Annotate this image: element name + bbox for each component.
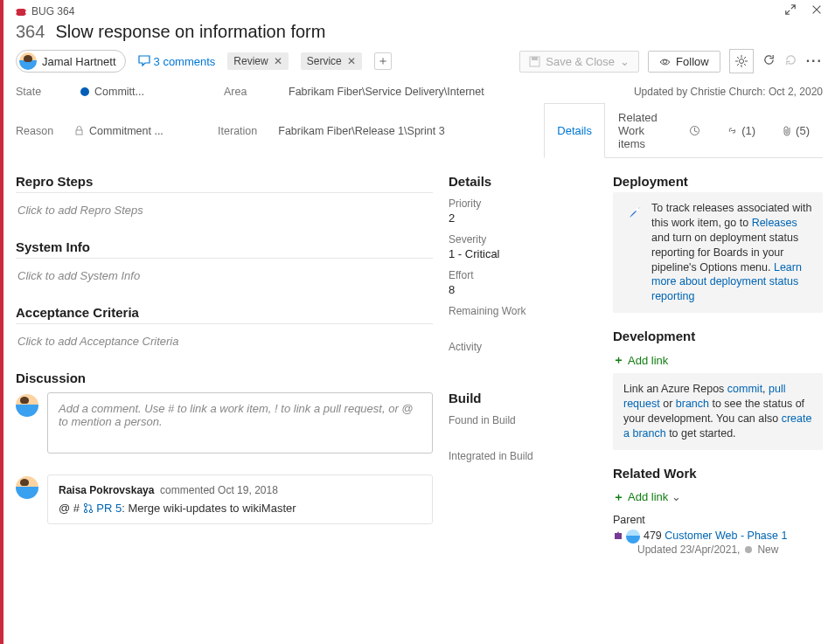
iteration-field[interactable]: Fabrikam Fiber\Release 1\Sprint 3: [278, 125, 523, 137]
title-row: 364 Slow response on information form: [3, 18, 835, 45]
add-tag-button[interactable]: ＋: [374, 52, 392, 70]
parent-item[interactable]: 479 Customer Web - Phase 1: [613, 530, 823, 544]
severity-label: Severity: [449, 233, 597, 246]
svg-rect-15: [76, 130, 82, 135]
work-item-title[interactable]: Slow response on information form: [55, 22, 325, 42]
svg-line-13: [744, 57, 746, 59]
settings-button[interactable]: [729, 49, 754, 73]
remaining-work-field[interactable]: [449, 319, 597, 332]
related-work-heading: Related Work: [613, 466, 823, 481]
tag-service[interactable]: Service✕: [301, 52, 362, 70]
undo-button[interactable]: [784, 53, 797, 70]
header-row: BUG 364: [3, 0, 835, 18]
comment-card: Raisa Pokrovskaya commented Oct 19, 2018…: [47, 474, 433, 524]
parent-group-label: Parent: [613, 514, 823, 526]
svg-point-6: [739, 59, 743, 64]
avatar: [16, 476, 38, 499]
parent-link[interactable]: Customer Web - Phase 1: [665, 530, 787, 542]
effort-field[interactable]: 8: [449, 283, 597, 296]
reason-label: Reason: [16, 125, 53, 137]
svg-line-14: [737, 64, 739, 66]
updated-by: Updated by Christie Church: Oct 2, 2020: [634, 86, 823, 98]
repro-steps-input[interactable]: Click to add Repro Steps: [16, 197, 433, 224]
chevron-down-icon: ⌄: [620, 55, 630, 68]
gear-icon: [735, 55, 748, 67]
assignee-picker[interactable]: Jamal Hartnett: [16, 50, 126, 73]
svg-point-19: [89, 509, 92, 512]
effort-label: Effort: [449, 269, 597, 281]
found-in-build-label: Found in Build: [449, 414, 597, 426]
details-heading: Details: [449, 174, 597, 189]
svg-point-17: [84, 503, 87, 506]
activity-field[interactable]: [449, 355, 597, 368]
state-field[interactable]: Committ...: [80, 86, 203, 98]
svg-point-5: [664, 59, 667, 63]
pr-link[interactable]: PR 5: [96, 502, 122, 515]
build-heading: Build: [449, 391, 597, 405]
assignee-name: Jamal Hartnett: [42, 55, 116, 68]
severity-field[interactable]: 1 - Critical: [449, 247, 597, 260]
avatar: [16, 394, 38, 417]
pr-icon: [83, 502, 94, 513]
work-item-form: BUG 364 364 Slow response on information…: [0, 0, 835, 644]
reason-row: Reason Commitment ... Iteration Fabrikam…: [3, 101, 835, 162]
svg-rect-4: [532, 57, 538, 60]
tab-history[interactable]: [676, 103, 713, 157]
remaining-work-label: Remaining Work: [449, 305, 597, 317]
area-field[interactable]: Fabrikam Fiber\Service Delivery\Internet: [289, 86, 533, 98]
svg-rect-0: [17, 9, 25, 16]
tag-review[interactable]: Review✕: [227, 52, 288, 70]
integrated-in-build-label: Integrated in Build: [449, 450, 597, 462]
releases-link[interactable]: Releases: [752, 217, 797, 229]
avatar: [19, 52, 37, 70]
development-info: Link an Azure Repos commit, pull request…: [613, 373, 823, 450]
branch-link[interactable]: branch: [676, 398, 709, 410]
expand-icon[interactable]: [784, 3, 797, 18]
bug-icon: [16, 6, 26, 17]
tab-bar: Details Related Work items (1) (5): [544, 103, 823, 158]
comment-icon: [138, 55, 150, 67]
activity-label: Activity: [449, 341, 597, 353]
comments-link[interactable]: 3 comments: [138, 55, 216, 68]
found-in-build-field[interactable]: [449, 428, 597, 441]
commit-link[interactable]: commit: [727, 383, 762, 395]
repro-steps-heading: Repro Steps: [16, 174, 433, 193]
tab-attachments[interactable]: (5): [769, 103, 823, 157]
more-button[interactable]: ···: [806, 53, 823, 69]
save-close-button[interactable]: Save & Close ⌄: [519, 51, 639, 73]
tab-details[interactable]: Details: [544, 103, 605, 158]
deployment-heading: Deployment: [613, 174, 823, 189]
comment-input[interactable]: Add a comment. Use # to link a work item…: [47, 392, 433, 454]
tab-links[interactable]: (1): [713, 103, 769, 157]
chevron-down-icon: ⌄: [671, 490, 681, 503]
acceptance-criteria-heading: Acceptance Criteria: [16, 305, 433, 324]
comment-author: Raisa Pokrovskaya: [59, 484, 154, 496]
work-item-id: 364: [16, 22, 45, 42]
priority-field[interactable]: 2: [449, 211, 597, 225]
tag-remove-icon[interactable]: ✕: [274, 55, 282, 67]
reason-field[interactable]: Commitment ...: [74, 125, 197, 137]
refresh-button[interactable]: [762, 53, 776, 70]
svg-line-11: [737, 57, 739, 59]
toolbar: Jamal Hartnett 3 comments Review✕ Servic…: [3, 45, 835, 80]
lock-icon: [74, 126, 84, 135]
svg-point-20: [636, 208, 639, 211]
dev-add-link[interactable]: ＋Add link: [613, 352, 668, 368]
iteration-label: Iteration: [218, 125, 257, 137]
state-dot-icon: [745, 546, 752, 553]
history-icon: [689, 125, 700, 136]
save-icon: [529, 56, 540, 67]
close-icon[interactable]: [811, 3, 823, 18]
tab-related[interactable]: Related Work items: [605, 103, 676, 157]
system-info-heading: System Info: [16, 239, 433, 259]
column-left: Repro Steps Click to add Repro Steps Sys…: [16, 174, 433, 644]
acceptance-criteria-input[interactable]: Click to add Acceptance Criteria: [16, 328, 433, 355]
content-columns: Repro Steps Click to add Repro Steps Sys…: [3, 162, 835, 644]
related-add-link[interactable]: ＋Add link ⌄: [613, 489, 681, 505]
system-info-input[interactable]: Click to add System Info: [16, 262, 433, 289]
follow-button[interactable]: Follow: [648, 51, 720, 73]
tag-remove-icon[interactable]: ✕: [347, 55, 356, 67]
parent-meta: Updated 23/Apr/2021,New: [637, 544, 823, 556]
watch-icon: [659, 56, 671, 67]
comment-date: commented Oct 19, 2018: [160, 484, 278, 496]
